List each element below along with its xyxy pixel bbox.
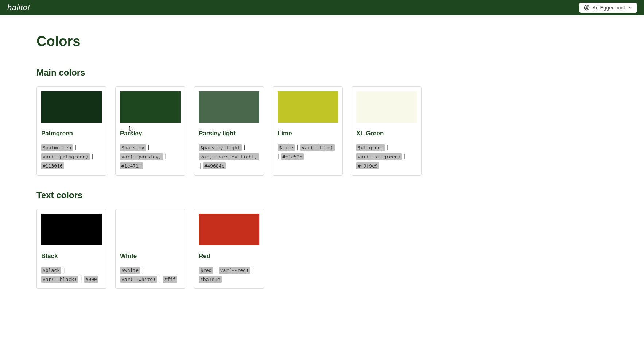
color-codes: $lime | var(--lime) | #c1c525 bbox=[278, 143, 338, 161]
section-title: Text colors bbox=[36, 190, 547, 200]
color-name: White bbox=[120, 253, 181, 260]
color-name: Parsley light bbox=[199, 130, 259, 137]
color-card: Red$red | var(--red) | #ba1e1e bbox=[194, 209, 264, 289]
color-card: Palmgreen$palmgreen | var(--palmgreen) |… bbox=[36, 86, 106, 176]
separator: | bbox=[140, 267, 144, 273]
color-codes: $palmgreen | var(--palmgreen) | #113016 bbox=[41, 143, 102, 171]
user-name: Ad Eggermont bbox=[593, 5, 625, 11]
chevron-down-icon bbox=[628, 5, 632, 10]
page-title: Colors bbox=[36, 34, 547, 49]
code-token[interactable]: $black bbox=[41, 267, 61, 274]
separator: | bbox=[73, 145, 77, 150]
code-token[interactable]: var(--xl-green) bbox=[356, 153, 402, 160]
color-swatch bbox=[356, 91, 417, 123]
separator: | bbox=[213, 267, 218, 273]
code-token[interactable]: $parsley-light bbox=[199, 144, 242, 151]
color-swatch bbox=[199, 214, 259, 245]
separator: | bbox=[295, 145, 300, 150]
user-icon bbox=[584, 5, 590, 11]
color-codes: $parsley-light | var(--parsley-light) | … bbox=[199, 143, 259, 171]
color-swatch bbox=[120, 91, 181, 123]
code-token[interactable]: $xl-green bbox=[356, 144, 385, 151]
code-token[interactable]: var(--white) bbox=[120, 276, 157, 283]
color-name: Palmgreen bbox=[41, 130, 102, 137]
user-menu[interactable]: Ad Eggermont bbox=[579, 3, 637, 13]
main-content: Colors Main colorsPalmgreen$palmgreen | … bbox=[0, 15, 583, 322]
color-codes: $parsley | var(--parsley) | #1e471f bbox=[120, 143, 181, 171]
separator: | bbox=[78, 276, 84, 282]
separator: | bbox=[402, 154, 406, 159]
logo: halito! bbox=[7, 3, 30, 12]
color-grid: Black$black | var(--black) | #000White$w… bbox=[36, 209, 547, 289]
color-name: Parsley bbox=[120, 130, 181, 137]
code-token[interactable]: #1e471f bbox=[120, 162, 143, 169]
svg-point-1 bbox=[586, 6, 587, 8]
code-token[interactable]: #49684c bbox=[203, 162, 226, 169]
color-card: White$white | var(--white) | #fff bbox=[115, 209, 185, 289]
color-swatch bbox=[278, 91, 338, 123]
code-token[interactable]: $parsley bbox=[120, 144, 146, 151]
color-codes: $xl-green | var(--xl-green) | #f9f9e9 bbox=[356, 143, 417, 171]
color-codes: $red | var(--red) | #ba1e1e bbox=[199, 266, 259, 284]
code-token[interactable]: var(--parsley-light) bbox=[199, 153, 259, 160]
color-codes: $black | var(--black) | #000 bbox=[41, 266, 102, 284]
color-name: Lime bbox=[278, 130, 338, 137]
separator: | bbox=[250, 267, 255, 273]
code-token[interactable]: #000 bbox=[84, 276, 98, 283]
color-grid: Palmgreen$palmgreen | var(--palmgreen) |… bbox=[36, 86, 547, 176]
separator: | bbox=[385, 145, 389, 150]
color-card: XL Green$xl-green | var(--xl-green) | #f… bbox=[352, 86, 422, 176]
code-token[interactable]: var(--parsley) bbox=[120, 153, 163, 160]
code-token[interactable]: $red bbox=[199, 267, 213, 274]
section-title: Main colors bbox=[36, 68, 547, 78]
color-name: Black bbox=[41, 253, 102, 260]
code-token[interactable]: var(--palmgreen) bbox=[41, 153, 90, 160]
color-codes: $white | var(--white) | #fff bbox=[120, 266, 181, 284]
code-token[interactable]: #fff bbox=[163, 276, 177, 283]
color-name: XL Green bbox=[356, 130, 417, 137]
color-name: Red bbox=[199, 253, 259, 260]
color-card: Lime$lime | var(--lime) | #c1c525 bbox=[273, 86, 343, 176]
code-token[interactable]: #c1c525 bbox=[281, 153, 304, 160]
code-token[interactable]: $white bbox=[120, 267, 140, 274]
code-token[interactable]: #f9f9e9 bbox=[356, 162, 379, 169]
app-header: halito! Ad Eggermont bbox=[0, 0, 644, 15]
separator: | bbox=[146, 145, 150, 150]
color-swatch bbox=[41, 91, 102, 123]
separator: | bbox=[163, 154, 167, 159]
code-token[interactable]: $lime bbox=[278, 144, 295, 151]
separator: | bbox=[242, 145, 246, 150]
code-token[interactable]: var(--red) bbox=[219, 267, 250, 274]
color-card: Parsley$parsley | var(--parsley) | #1e47… bbox=[115, 86, 185, 176]
code-token[interactable]: #113016 bbox=[41, 162, 64, 169]
color-card: Parsley light$parsley-light | var(--pars… bbox=[194, 86, 264, 176]
color-swatch bbox=[199, 91, 259, 123]
separator: | bbox=[157, 276, 163, 282]
color-card: Black$black | var(--black) | #000 bbox=[36, 209, 106, 289]
separator: | bbox=[90, 154, 94, 159]
color-swatch bbox=[41, 214, 102, 245]
color-swatch bbox=[120, 214, 181, 245]
code-token[interactable]: $palmgreen bbox=[41, 144, 73, 151]
code-token[interactable]: var(--black) bbox=[41, 276, 78, 283]
code-token[interactable]: #ba1e1e bbox=[199, 276, 222, 283]
separator: | bbox=[199, 163, 203, 169]
code-token[interactable]: var(--lime) bbox=[300, 144, 335, 151]
separator: | bbox=[61, 267, 66, 273]
